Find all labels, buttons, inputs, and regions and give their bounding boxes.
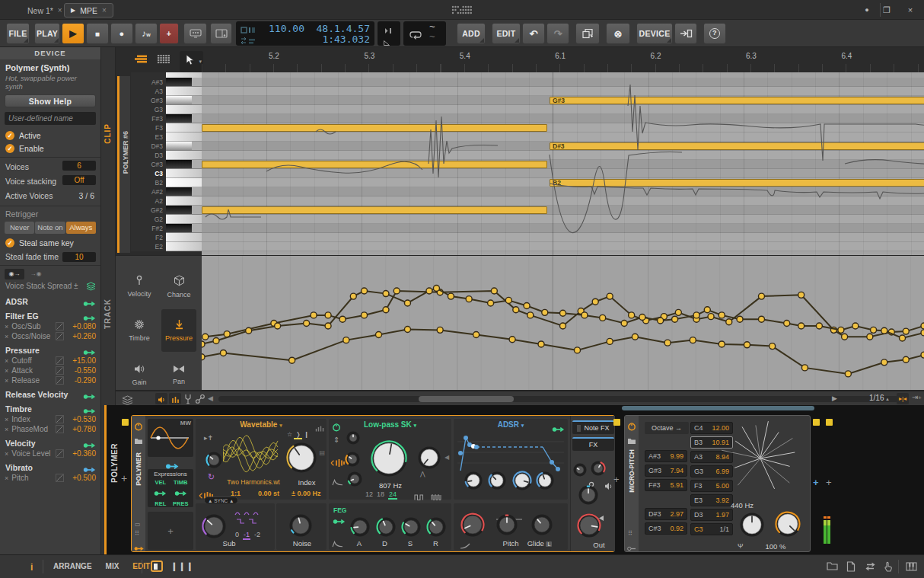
automation-write-icon[interactable]: ~ [429, 30, 435, 42]
index-knob[interactable] [286, 442, 317, 476]
grid-dots-icon[interactable]: ⠿ [135, 530, 140, 537]
pressure-point[interactable] [690, 337, 696, 343]
pressure-point[interactable] [852, 323, 859, 329]
key-C3[interactable]: C3 [131, 169, 202, 178]
remove-icon[interactable]: × [5, 357, 8, 365]
tool-dropdown[interactable]: ▾ [180, 51, 203, 72]
expression-visibility-button[interactable] [169, 393, 181, 404]
slope-icon[interactable] [56, 332, 64, 343]
modulation-out-icon[interactable] [134, 541, 144, 554]
redo-button[interactable]: ↷ [546, 23, 569, 44]
slope-icon[interactable] [56, 376, 64, 387]
key-body[interactable] [166, 187, 202, 196]
pressure-point[interactable] [466, 296, 472, 302]
reference-pitch-knob[interactable] [740, 513, 764, 540]
slope-icon[interactable] [56, 425, 64, 436]
pressure-point[interactable] [202, 334, 209, 340]
mod-param-attack[interactable]: ×Attack-0.550 [0, 366, 100, 375]
noise-level-knob[interactable] [289, 514, 312, 540]
note-list-view-tab[interactable] [134, 53, 149, 67]
keytrack-icon[interactable]: ▸✝ [204, 434, 213, 442]
pressure-point[interactable] [325, 323, 331, 329]
remove-icon[interactable]: × [5, 333, 8, 340]
tuning-cell-D#3[interactable]: D#32.97 [645, 508, 687, 520]
note-G#3[interactable]: G#3 [550, 97, 924, 104]
mod-header-velocity[interactable]: Velocity [0, 438, 100, 449]
pressure-point[interactable] [538, 341, 544, 347]
remove-icon[interactable]: × [5, 323, 8, 331]
resonance-knob[interactable] [418, 446, 441, 472]
key-E2[interactable]: E2 [131, 242, 202, 251]
key-body[interactable] [166, 169, 202, 178]
pressure-point[interactable] [311, 312, 317, 318]
touch-panel-icon[interactable] [884, 561, 893, 573]
fx-gain-knob[interactable] [591, 461, 606, 479]
expression-button-chance[interactable]: Chance [161, 265, 196, 308]
remove-icon[interactable]: × [5, 367, 8, 375]
key-F#2[interactable]: F#2 [131, 224, 202, 233]
mod-header-pressure[interactable]: Pressure [0, 345, 100, 356]
pressure-point[interactable] [758, 316, 764, 322]
pressure-point[interactable] [592, 299, 598, 305]
close-button[interactable]: × [902, 4, 919, 16]
remove-icon[interactable]: × [5, 450, 8, 458]
pressure-point[interactable] [325, 312, 331, 318]
key-body[interactable] [166, 123, 202, 133]
expression-button-pressure[interactable]: Pressure [161, 309, 196, 352]
tuning-cell-G#3[interactable]: G#37.94 [645, 465, 687, 477]
tab-track[interactable]: TRACK [104, 299, 112, 329]
expression-button-timbre[interactable]: Timbre [122, 309, 157, 352]
glide-knob[interactable] [531, 514, 553, 538]
modulation-out-icon[interactable] [627, 541, 637, 554]
pressure-point[interactable] [784, 321, 790, 327]
feg-decay-knob[interactable] [376, 517, 396, 540]
remove-icon[interactable]: × [5, 416, 8, 423]
wavetable-visual[interactable] [223, 430, 281, 478]
file-button[interactable]: FILE [6, 23, 30, 44]
cutoff-value[interactable]: 807 Hz [356, 481, 425, 490]
note-fx-tab[interactable]: Note FX [572, 420, 614, 434]
key-body[interactable] [166, 242, 202, 251]
inspector-panel-icon[interactable] [846, 561, 855, 573]
pressure-point[interactable] [881, 359, 887, 366]
key-body[interactable] [166, 178, 202, 187]
key-F2[interactable]: F2 [131, 233, 202, 242]
key-E3[interactable]: E3 [131, 133, 202, 142]
remote-controls-icon[interactable]: ▭ [135, 521, 141, 528]
wt-mode-icons[interactable]: ☆ ❭ ❙ [287, 431, 309, 438]
pressure-point[interactable] [491, 288, 497, 294]
pressure-point[interactable] [769, 343, 776, 350]
slope-switch[interactable]: 12 18 24 [365, 490, 397, 498]
key-D3[interactable]: D3 [131, 151, 202, 160]
param-value[interactable]: -0.290 [75, 375, 96, 385]
pitch-knob[interactable] [496, 514, 518, 538]
pressure-point[interactable] [505, 297, 511, 303]
note-B2[interactable]: B2 [550, 179, 924, 187]
enable-checkbox[interactable]: ✓Enable [0, 142, 100, 155]
pressure-point[interactable] [658, 318, 664, 324]
black-key[interactable] [166, 160, 192, 168]
note-C#3[interactable] [202, 161, 547, 168]
pressure-point[interactable] [903, 328, 909, 334]
device-menu-button[interactable]: DEVICE [636, 23, 673, 44]
tuning-cell-A#3[interactable]: A#39.99 [645, 450, 687, 462]
delete-button[interactable]: ⊗ [606, 23, 630, 44]
black-key[interactable] [166, 187, 192, 196]
pressure-point[interactable] [871, 327, 877, 333]
key-body[interactable] [166, 215, 202, 224]
note-F3[interactable] [202, 124, 547, 132]
expressions-module[interactable]: Expressions VELTIMBRELPRES [148, 469, 193, 507]
tuning-cell-F#3[interactable]: F#35.91 [645, 479, 687, 491]
pressure-point[interactable] [220, 350, 226, 356]
filter-type-dropdown[interactable]: Low-pass SK ▾ [329, 419, 451, 429]
record-button[interactable]: ● [110, 23, 133, 44]
track-name[interactable]: POLYMER [110, 443, 119, 483]
pressure-point[interactable] [708, 314, 714, 320]
pressure-point[interactable] [560, 323, 566, 329]
view-tab-mix[interactable]: MIX [106, 562, 119, 570]
osc-shape-knob[interactable] [206, 452, 222, 471]
param-value[interactable]: +0.080 [72, 321, 96, 331]
mod-header-filter-eg[interactable]: Filter EG [0, 311, 100, 321]
mod-header-adsr[interactable]: ADSR [0, 296, 100, 307]
adaptive-grid-icon[interactable]: ⇥+ [912, 393, 921, 401]
